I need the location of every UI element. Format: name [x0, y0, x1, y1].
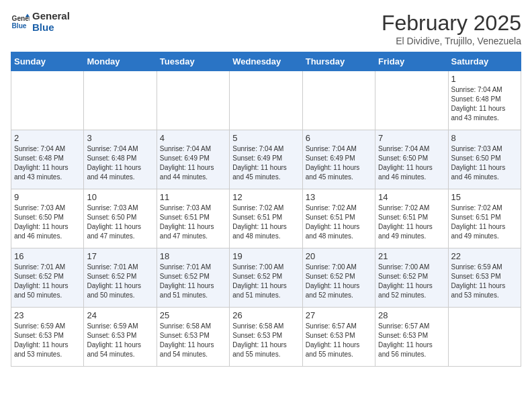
day-info: Sunrise: 7:02 AM Sunset: 6:51 PM Dayligh… [232, 203, 299, 241]
day-info: Sunrise: 7:04 AM Sunset: 6:49 PM Dayligh… [160, 144, 226, 182]
header-cell-thursday: Thursday [302, 52, 375, 71]
day-cell: 6Sunrise: 7:04 AM Sunset: 6:49 PM Daylig… [302, 130, 375, 189]
day-info: Sunrise: 7:04 AM Sunset: 6:50 PM Dayligh… [378, 144, 445, 182]
day-number: 1 [451, 74, 518, 84]
day-cell: 25Sunrise: 6:58 AM Sunset: 6:53 PM Dayli… [157, 308, 229, 367]
day-info: Sunrise: 7:00 AM Sunset: 6:52 PM Dayligh… [378, 263, 445, 300]
day-cell [11, 71, 84, 130]
day-info: Sunrise: 7:04 AM Sunset: 6:48 PM Dayligh… [14, 144, 81, 182]
day-cell: 14Sunrise: 7:02 AM Sunset: 6:51 PM Dayli… [375, 189, 448, 248]
day-cell: 19Sunrise: 7:00 AM Sunset: 6:52 PM Dayli… [230, 248, 302, 308]
day-info: Sunrise: 7:03 AM Sunset: 6:50 PM Dayligh… [87, 203, 153, 241]
day-cell: 22Sunrise: 6:59 AM Sunset: 6:53 PM Dayli… [448, 248, 521, 308]
day-cell [302, 71, 375, 130]
day-number: 4 [160, 133, 226, 143]
day-cell: 13Sunrise: 7:02 AM Sunset: 6:51 PM Dayli… [302, 189, 375, 248]
header-row: SundayMondayTuesdayWednesdayThursdayFrid… [11, 52, 521, 71]
logo-icon: General Blue [11, 13, 30, 32]
day-info: Sunrise: 7:03 AM Sunset: 6:50 PM Dayligh… [14, 203, 81, 241]
title-block: February 2025 El Dividive, Trujillo, Ven… [382, 11, 521, 46]
day-cell: 9Sunrise: 7:03 AM Sunset: 6:50 PM Daylig… [11, 189, 84, 248]
day-number: 7 [378, 133, 445, 143]
day-cell [375, 71, 448, 130]
day-cell: 4Sunrise: 7:04 AM Sunset: 6:49 PM Daylig… [157, 130, 229, 189]
week-row-4: 16Sunrise: 7:01 AM Sunset: 6:52 PM Dayli… [11, 248, 521, 308]
day-number: 11 [160, 192, 226, 202]
day-number: 8 [451, 133, 518, 143]
day-info: Sunrise: 6:59 AM Sunset: 6:53 PM Dayligh… [451, 263, 518, 300]
calendar-body: 1Sunrise: 7:04 AM Sunset: 6:48 PM Daylig… [11, 71, 521, 367]
header-cell-wednesday: Wednesday [230, 52, 302, 71]
day-cell: 10Sunrise: 7:03 AM Sunset: 6:50 PM Dayli… [84, 189, 157, 248]
day-cell: 1Sunrise: 7:04 AM Sunset: 6:48 PM Daylig… [448, 71, 521, 130]
day-cell: 16Sunrise: 7:01 AM Sunset: 6:52 PM Dayli… [11, 248, 84, 308]
day-info: Sunrise: 6:57 AM Sunset: 6:53 PM Dayligh… [306, 322, 372, 359]
day-info: Sunrise: 7:04 AM Sunset: 6:49 PM Dayligh… [232, 144, 299, 182]
day-cell: 26Sunrise: 6:58 AM Sunset: 6:53 PM Dayli… [230, 308, 302, 367]
day-number: 22 [451, 251, 518, 261]
day-number: 19 [232, 251, 299, 261]
day-number: 5 [232, 133, 299, 143]
day-cell: 5Sunrise: 7:04 AM Sunset: 6:49 PM Daylig… [230, 130, 302, 189]
week-row-2: 2Sunrise: 7:04 AM Sunset: 6:48 PM Daylig… [11, 130, 521, 189]
day-number: 15 [451, 192, 518, 202]
day-number: 2 [14, 133, 81, 143]
page-header: General Blue General Blue February 2025 … [11, 11, 521, 46]
day-number: 24 [87, 310, 153, 320]
day-cell: 17Sunrise: 7:01 AM Sunset: 6:52 PM Dayli… [84, 248, 157, 308]
day-cell: 24Sunrise: 6:59 AM Sunset: 6:53 PM Dayli… [84, 308, 157, 367]
day-info: Sunrise: 7:02 AM Sunset: 6:51 PM Dayligh… [451, 203, 518, 241]
day-info: Sunrise: 6:59 AM Sunset: 6:53 PM Dayligh… [87, 322, 153, 359]
day-info: Sunrise: 6:58 AM Sunset: 6:53 PM Dayligh… [232, 322, 299, 359]
header-cell-sunday: Sunday [11, 52, 84, 71]
day-cell: 15Sunrise: 7:02 AM Sunset: 6:51 PM Dayli… [448, 189, 521, 248]
day-number: 21 [378, 251, 445, 261]
day-number: 14 [378, 192, 445, 202]
logo: General Blue General Blue [11, 11, 70, 33]
week-row-3: 9Sunrise: 7:03 AM Sunset: 6:50 PM Daylig… [11, 189, 521, 248]
day-info: Sunrise: 7:04 AM Sunset: 6:48 PM Dayligh… [451, 85, 518, 123]
header-cell-saturday: Saturday [448, 52, 521, 71]
svg-text:Blue: Blue [12, 22, 27, 30]
logo-blue-text: Blue [32, 22, 70, 34]
day-info: Sunrise: 7:01 AM Sunset: 6:52 PM Dayligh… [87, 263, 153, 300]
calendar-table: SundayMondayTuesdayWednesdayThursdayFrid… [11, 52, 521, 367]
day-cell: 18Sunrise: 7:01 AM Sunset: 6:52 PM Dayli… [157, 248, 229, 308]
header-cell-tuesday: Tuesday [157, 52, 229, 71]
day-info: Sunrise: 7:03 AM Sunset: 6:50 PM Dayligh… [451, 144, 518, 182]
day-cell: 20Sunrise: 7:00 AM Sunset: 6:52 PM Dayli… [302, 248, 375, 308]
day-cell [230, 71, 302, 130]
day-number: 12 [232, 192, 299, 202]
day-info: Sunrise: 6:59 AM Sunset: 6:53 PM Dayligh… [14, 322, 81, 359]
day-info: Sunrise: 7:01 AM Sunset: 6:52 PM Dayligh… [160, 263, 226, 300]
day-info: Sunrise: 7:01 AM Sunset: 6:52 PM Dayligh… [14, 263, 81, 300]
day-number: 23 [14, 310, 81, 320]
day-info: Sunrise: 7:00 AM Sunset: 6:52 PM Dayligh… [232, 263, 299, 300]
day-cell: 7Sunrise: 7:04 AM Sunset: 6:50 PM Daylig… [375, 130, 448, 189]
day-info: Sunrise: 7:04 AM Sunset: 6:48 PM Dayligh… [87, 144, 153, 182]
week-row-1: 1Sunrise: 7:04 AM Sunset: 6:48 PM Daylig… [11, 71, 521, 130]
logo-general-text: General [32, 11, 70, 22]
calendar-header: SundayMondayTuesdayWednesdayThursdayFrid… [11, 52, 521, 71]
week-row-5: 23Sunrise: 6:59 AM Sunset: 6:53 PM Dayli… [11, 308, 521, 367]
day-cell: 27Sunrise: 6:57 AM Sunset: 6:53 PM Dayli… [302, 308, 375, 367]
day-number: 9 [14, 192, 81, 202]
day-number: 17 [87, 251, 153, 261]
month-title: February 2025 [382, 11, 521, 36]
header-cell-friday: Friday [375, 52, 448, 71]
day-number: 3 [87, 133, 153, 143]
day-number: 20 [306, 251, 372, 261]
day-cell [157, 71, 229, 130]
day-number: 10 [87, 192, 153, 202]
day-number: 27 [306, 310, 372, 320]
day-cell: 2Sunrise: 7:04 AM Sunset: 6:48 PM Daylig… [11, 130, 84, 189]
location-subtitle: El Dividive, Trujillo, Venezuela [382, 36, 521, 46]
day-cell: 23Sunrise: 6:59 AM Sunset: 6:53 PM Dayli… [11, 308, 84, 367]
day-cell: 21Sunrise: 7:00 AM Sunset: 6:52 PM Dayli… [375, 248, 448, 308]
day-number: 26 [232, 310, 299, 320]
day-info: Sunrise: 7:03 AM Sunset: 6:51 PM Dayligh… [160, 203, 226, 241]
day-number: 18 [160, 251, 226, 261]
day-number: 16 [14, 251, 81, 261]
day-cell: 11Sunrise: 7:03 AM Sunset: 6:51 PM Dayli… [157, 189, 229, 248]
day-number: 13 [306, 192, 372, 202]
